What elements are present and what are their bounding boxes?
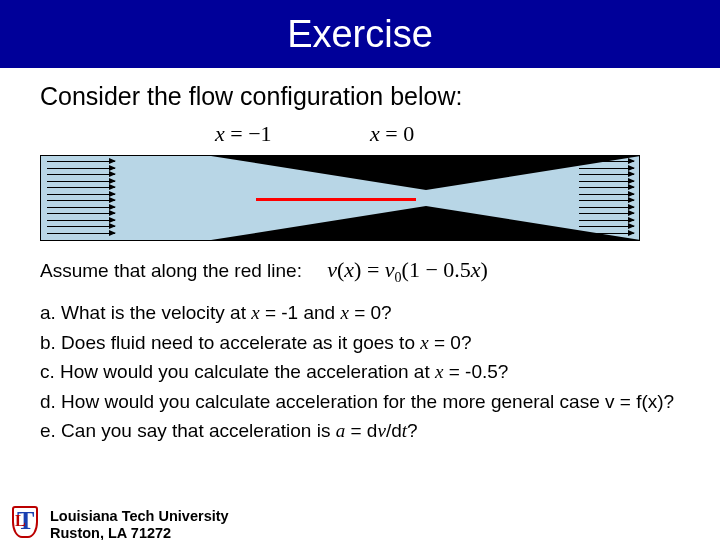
- arrow-icon: [47, 220, 115, 221]
- label-x-0: x = 0: [370, 121, 414, 147]
- arrow-icon: [579, 233, 634, 234]
- question-d: d. How would you calculate acceleration …: [40, 387, 690, 416]
- footer-text: Louisiana Tech University Ruston, LA 712…: [50, 508, 229, 540]
- red-line: [256, 198, 416, 201]
- diagram-label-row: x = −1 x = 0: [40, 121, 690, 151]
- velocity-formula: v(x) = v0(1 − 0.5x): [327, 257, 488, 282]
- arrow-icon: [47, 187, 115, 188]
- wall-bottom: [211, 206, 640, 240]
- assume-prefix: Assume that along the red line:: [40, 260, 302, 281]
- arrow-icon: [579, 200, 634, 201]
- arrow-icon: [47, 181, 115, 182]
- arrow-icon: [579, 213, 634, 214]
- footer-line1: Louisiana Tech University: [50, 508, 229, 525]
- wall-top: [211, 156, 640, 190]
- slide-title: Exercise: [287, 13, 433, 56]
- content-area: Consider the flow configuration below: x…: [0, 68, 720, 446]
- question-list: a. What is the velocity at x = -1 and x …: [40, 298, 690, 445]
- arrow-icon: [579, 220, 634, 221]
- arrow-icon: [47, 168, 115, 169]
- title-bar: Exercise: [0, 0, 720, 68]
- question-c: c. How would you calculate the accelerat…: [40, 357, 690, 386]
- outlet-arrows: [579, 161, 634, 234]
- question-a: a. What is the velocity at x = -1 and x …: [40, 298, 690, 327]
- arrow-icon: [47, 194, 115, 195]
- arrow-icon: [579, 168, 634, 169]
- arrow-icon: [579, 161, 634, 162]
- university-logo-icon: [12, 506, 42, 540]
- prompt-text: Consider the flow configuration below:: [40, 82, 690, 111]
- question-b: b. Does fluid need to accelerate as it g…: [40, 328, 690, 357]
- arrow-icon: [579, 181, 634, 182]
- label-x-neg1: x = −1: [215, 121, 272, 147]
- arrow-icon: [579, 194, 634, 195]
- flow-diagram: [40, 155, 640, 241]
- arrow-icon: [579, 226, 634, 227]
- footer: Louisiana Tech University Ruston, LA 712…: [12, 506, 229, 540]
- arrow-icon: [579, 187, 634, 188]
- arrow-icon: [47, 226, 115, 227]
- assume-line: Assume that along the red line: v(x) = v…: [40, 257, 690, 286]
- arrow-icon: [47, 200, 115, 201]
- arrow-icon: [47, 213, 115, 214]
- arrow-icon: [47, 174, 115, 175]
- footer-line2: Ruston, LA 71272: [50, 525, 229, 540]
- arrow-icon: [579, 174, 634, 175]
- arrow-icon: [47, 161, 115, 162]
- arrow-icon: [47, 207, 115, 208]
- inlet-arrows: [47, 161, 115, 234]
- arrow-icon: [579, 207, 634, 208]
- question-e: e. Can you say that acceleration is a = …: [40, 416, 690, 445]
- arrow-icon: [47, 233, 115, 234]
